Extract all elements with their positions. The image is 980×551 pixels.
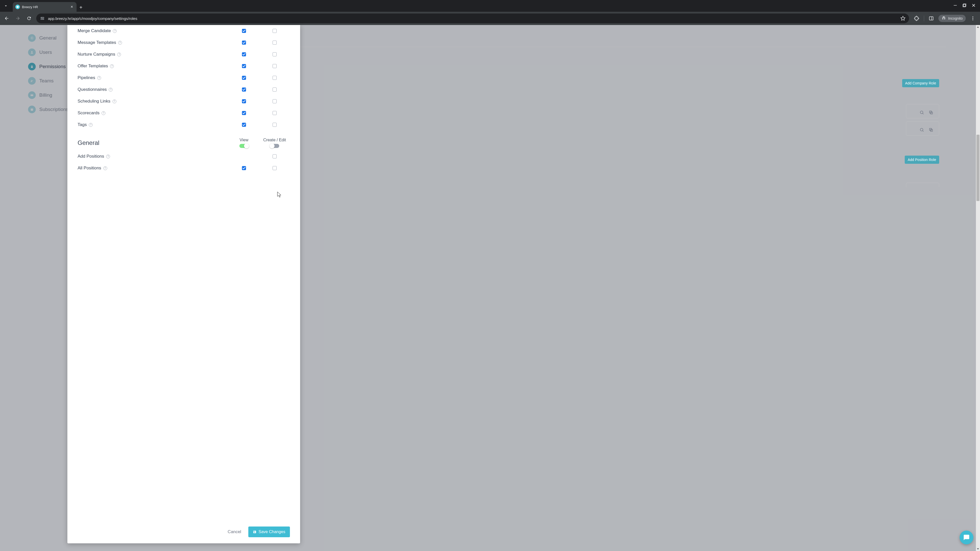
tab-favicon	[15, 5, 20, 9]
permission-label: Questionnaires?	[78, 87, 113, 92]
browser-menu-icon[interactable]	[970, 15, 976, 21]
window-minimize-button[interactable]	[953, 3, 957, 8]
help-icon[interactable]: ?	[106, 155, 110, 159]
chat-fab[interactable]	[959, 530, 974, 545]
view-checkbox[interactable]	[242, 76, 246, 80]
sidepanel-icon[interactable]	[928, 15, 934, 21]
svg-point-15	[972, 19, 973, 20]
permission-label-text: All Positions	[78, 165, 101, 171]
permission-row: Message Templates?	[78, 37, 290, 48]
add-company-role-button[interactable]: Add Company Role	[902, 79, 939, 87]
permission-row: Nurture Campaigns?	[78, 48, 290, 60]
section-title-general: General	[78, 139, 99, 146]
nav-back-button[interactable]	[3, 14, 11, 22]
page-scrollbar-thumb[interactable]	[977, 135, 980, 201]
scroll-up-button[interactable]	[976, 25, 980, 29]
edit-checkbox[interactable]	[272, 41, 277, 44]
permission-row: Offer Templates?	[78, 60, 290, 72]
page-scrollbar-track[interactable]	[976, 25, 980, 551]
help-icon[interactable]: ?	[117, 52, 121, 56]
svg-point-14	[972, 18, 973, 19]
edit-checkbox[interactable]	[272, 166, 277, 170]
view-master-toggle[interactable]	[239, 144, 248, 148]
view-checkbox[interactable]	[242, 64, 246, 68]
permission-label-text: Offer Templates	[78, 64, 108, 68]
view-checkbox[interactable]	[242, 41, 246, 44]
help-icon[interactable]: ?	[109, 88, 113, 92]
help-icon[interactable]: ?	[103, 166, 107, 170]
bg-card-outline	[906, 104, 939, 118]
bg-card-outline	[906, 183, 939, 187]
button-label: Cancel	[228, 529, 241, 534]
permission-label-text: Nurture Campaigns	[78, 52, 115, 57]
help-icon[interactable]: ?	[113, 29, 117, 33]
view-checkbox[interactable]	[242, 87, 246, 92]
nav-reload-button[interactable]	[25, 14, 33, 22]
tab-close-button[interactable]: ×	[70, 4, 74, 10]
help-icon[interactable]: ?	[102, 111, 105, 115]
edit-master-toggle[interactable]	[270, 144, 279, 148]
nav-forward-button[interactable]	[14, 14, 22, 22]
permission-label: All Positions?	[78, 165, 107, 171]
add-position-role-button[interactable]: Add Position Role	[905, 156, 939, 164]
view-checkbox[interactable]	[242, 123, 246, 127]
bg-card-outline	[906, 121, 939, 136]
permission-row: Merge Candidate?	[78, 25, 290, 37]
scroll-down-button[interactable]	[976, 547, 980, 551]
help-icon[interactable]: ?	[113, 100, 116, 103]
permission-row: Add Positions?	[78, 151, 290, 162]
help-icon[interactable]: ?	[110, 64, 114, 68]
permission-label-text: Tags	[78, 122, 87, 127]
permission-label: Scheduling Links?	[78, 99, 116, 104]
window-maximize-button[interactable]	[963, 3, 966, 8]
permission-label-text: Scorecards	[78, 110, 100, 116]
tab-title: Breezy HR	[22, 5, 68, 9]
view-checkbox[interactable]	[242, 29, 246, 33]
edit-checkbox[interactable]	[272, 64, 277, 68]
view-checkbox[interactable]	[242, 99, 246, 103]
view-checkbox[interactable]	[242, 52, 246, 56]
address-bar[interactable]: app.breezy.hr/app/c/moodjoy/company/sett…	[36, 14, 909, 23]
edit-checkbox[interactable]	[272, 99, 277, 103]
help-icon[interactable]: ?	[118, 41, 122, 44]
window-close-button[interactable]	[972, 3, 975, 8]
permission-label-text: Questionnaires	[78, 87, 107, 92]
help-icon[interactable]: ?	[89, 123, 93, 127]
permission-label-text: Message Templates	[78, 40, 116, 45]
save-changes-button[interactable]: Save Changes	[248, 527, 290, 537]
edit-checkbox[interactable]	[272, 52, 277, 56]
help-icon[interactable]: ?	[97, 76, 101, 80]
view-checkbox[interactable]	[242, 166, 246, 170]
view-checkbox[interactable]	[242, 111, 246, 115]
cancel-button[interactable]: Cancel	[228, 529, 241, 534]
svg-rect-7	[41, 19, 44, 20]
edit-checkbox[interactable]	[272, 154, 277, 159]
extensions-icon[interactable]	[914, 15, 920, 21]
toolbar-divider	[924, 16, 924, 21]
edit-checkbox[interactable]	[272, 111, 277, 115]
permission-row: All Positions?	[78, 162, 290, 174]
bookmark-star-icon[interactable]	[900, 16, 905, 21]
edit-checkbox[interactable]	[272, 76, 277, 80]
permission-label: Offer Templates?	[78, 64, 114, 68]
svg-rect-6	[41, 17, 44, 18]
new-tab-button[interactable]: +	[76, 3, 85, 12]
permission-label-text: Add Positions	[78, 154, 104, 159]
permission-label: Message Templates?	[78, 40, 122, 45]
edit-checkbox[interactable]	[272, 87, 277, 92]
browser-tab[interactable]: Breezy HR ×	[13, 2, 76, 12]
permissions-modal: Merge Candidate?Message Templates?Nurtur…	[67, 25, 300, 543]
svg-point-13	[972, 17, 973, 17]
column-header-edit: Create / Edit	[259, 138, 290, 142]
edit-checkbox[interactable]	[272, 29, 277, 33]
tab-search-button[interactable]	[0, 0, 12, 12]
button-label: Add Position Role	[908, 158, 936, 162]
incognito-indicator[interactable]: Incognito	[939, 15, 966, 22]
site-settings-icon[interactable]	[40, 16, 45, 21]
edit-checkbox[interactable]	[272, 123, 277, 127]
permission-label: Merge Candidate?	[78, 28, 117, 33]
permission-label-text: Pipelines	[78, 75, 95, 80]
permission-row: Scheduling Links?	[78, 95, 290, 107]
button-label: Save Changes	[259, 530, 285, 534]
incognito-label: Incognito	[948, 16, 963, 21]
